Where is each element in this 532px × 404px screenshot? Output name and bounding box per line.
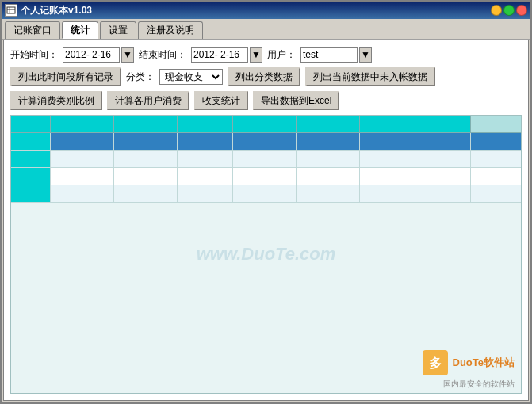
- table-row[interactable]: [11, 151, 521, 168]
- toolbar-row-3: 计算消费类别比例 计算各用户消费 收支统计 导出数据到Excel: [10, 91, 522, 110]
- table-row[interactable]: [11, 133, 521, 151]
- svg-rect-0: [7, 7, 15, 13]
- cell: [51, 151, 114, 167]
- close-button[interactable]: [516, 5, 527, 16]
- cell: [11, 185, 51, 202]
- cell: [415, 168, 471, 185]
- cell: [114, 168, 178, 185]
- user-dropdown[interactable]: ▼: [359, 47, 372, 63]
- start-date-dropdown[interactable]: ▼: [121, 47, 134, 63]
- classify-select[interactable]: 现金收支 银行收支: [159, 69, 223, 85]
- content-area: 开始时间： ▼ 结束时间： ▼ 用户： ▼ 列出此时间段所有记录 分类： 现金收…: [3, 40, 529, 401]
- cell: [178, 133, 233, 150]
- col-header-4: [178, 116, 233, 132]
- cell: [297, 168, 360, 185]
- col-header-5: [233, 116, 297, 132]
- classify-combo[interactable]: 现金收支 银行收支: [159, 69, 223, 85]
- tab-statistics[interactable]: 统计: [62, 21, 98, 39]
- toolbar-row-1: 开始时间： ▼ 结束时间： ▼ 用户： ▼: [10, 47, 522, 63]
- user-combo[interactable]: ▼: [300, 47, 372, 63]
- tab-settings[interactable]: 设置: [100, 21, 136, 39]
- end-date-combo[interactable]: ▼: [191, 47, 262, 63]
- user-input[interactable]: [300, 47, 358, 63]
- grid-header: [11, 116, 521, 133]
- cell: [114, 151, 178, 167]
- col-header-2: [51, 116, 114, 132]
- cell: [297, 185, 360, 202]
- title-bar-left: 个人记账本v1.03: [5, 4, 92, 17]
- classify-label: 分类：: [126, 71, 155, 84]
- cell: [415, 133, 471, 150]
- title-bar: 个人记账本v1.03: [2, 2, 530, 19]
- window-controls: [491, 5, 527, 16]
- cell: [297, 133, 360, 150]
- list-unentered-button[interactable]: 列出当前数据中未入帐数据: [305, 67, 435, 86]
- cell: [415, 185, 471, 202]
- end-time-label: 结束时间：: [139, 48, 186, 62]
- cell: [51, 168, 114, 185]
- logo-icon: 多: [421, 349, 450, 377]
- minimize-button[interactable]: [491, 5, 502, 16]
- col-header-3: [114, 116, 178, 132]
- cell: [360, 185, 415, 202]
- main-window: 个人记账本v1.03 记账窗口 统计 设置 注册及说明 开始时间： ▼: [0, 0, 532, 404]
- cell: [51, 185, 114, 202]
- user-label: 用户：: [267, 48, 296, 62]
- table-row[interactable]: [11, 168, 521, 185]
- watermark: www.DuoTe.com: [197, 244, 336, 265]
- window-title: 个人记账本v1.03: [21, 4, 92, 17]
- cell: [415, 151, 471, 167]
- end-date-input[interactable]: [191, 47, 248, 63]
- tab-bar: 记账窗口 统计 设置 注册及说明: [2, 19, 530, 40]
- cell: [360, 133, 415, 150]
- col-header-7: [360, 116, 415, 132]
- cell: [297, 151, 360, 167]
- logo-area: 多 DuoTe软件站 国内最安全的软件站: [421, 349, 515, 390]
- cell: [360, 151, 415, 167]
- svg-text:多: 多: [429, 356, 442, 370]
- calc-user-spend-button[interactable]: 计算各用户消费: [107, 91, 189, 110]
- maximize-button[interactable]: [503, 5, 515, 16]
- income-stats-button[interactable]: 收支统计: [194, 91, 248, 110]
- start-time-label: 开始时间：: [10, 48, 58, 62]
- cell: [233, 168, 297, 185]
- cell: [114, 185, 178, 202]
- logo-tagline: 国内最安全的软件站: [421, 379, 515, 390]
- list-classify-button[interactable]: 列出分类数据: [228, 67, 300, 86]
- cell: [51, 133, 114, 150]
- cell: [11, 151, 51, 167]
- tab-register-help[interactable]: 注册及说明: [138, 21, 203, 39]
- end-date-dropdown[interactable]: ▼: [250, 47, 262, 63]
- calc-ratio-button[interactable]: 计算消费类别比例: [10, 91, 102, 110]
- app-icon: [5, 4, 17, 17]
- cell: [233, 151, 297, 167]
- cell: [178, 168, 233, 185]
- start-date-input[interactable]: [63, 47, 120, 63]
- cell: [178, 151, 233, 167]
- cell: [233, 133, 297, 150]
- col-header-6: [297, 116, 360, 132]
- cell: [11, 133, 51, 150]
- cell: [360, 168, 415, 185]
- toolbar-row-2: 列出此时间段所有记录 分类： 现金收支 银行收支 列出分类数据 列出当前数据中未…: [10, 67, 522, 86]
- tab-account-window[interactable]: 记账窗口: [5, 21, 60, 39]
- col-header-8: [415, 116, 471, 132]
- col-header-1: [11, 116, 51, 132]
- cell: [114, 133, 178, 150]
- cell: [178, 185, 233, 202]
- data-grid: www.DuoTe.com 多 DuoTe软件站 国内最安全的软件站: [10, 115, 522, 394]
- cell: [11, 168, 51, 185]
- export-excel-button[interactable]: 导出数据到Excel: [253, 91, 339, 110]
- table-row[interactable]: [11, 185, 521, 203]
- cell: [233, 185, 297, 202]
- logo-site-name: DuoTe软件站: [453, 356, 515, 370]
- start-date-combo[interactable]: ▼: [63, 47, 134, 63]
- list-records-button[interactable]: 列出此时间段所有记录: [10, 67, 121, 86]
